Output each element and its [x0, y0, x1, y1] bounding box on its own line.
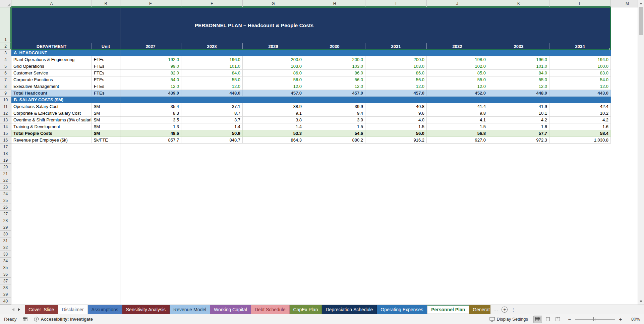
value-cell[interactable]: 194.0 — [549, 56, 611, 63]
header-cell-unit[interactable]: Unit — [92, 43, 120, 50]
value-cell[interactable]: 9.8 — [427, 110, 488, 117]
header-cell-year[interactable]: 2030 — [304, 43, 365, 50]
column-header-i[interactable]: I — [365, 0, 427, 7]
row-header-16[interactable]: 16 — [0, 137, 11, 144]
row-unit-cell[interactable]: FTEs — [92, 90, 120, 97]
value-cell[interactable]: 1.6 — [488, 123, 549, 130]
value-cell[interactable]: 38.9 — [243, 103, 304, 110]
page-layout-view-button[interactable] — [543, 316, 552, 323]
row-header-28[interactable]: 28 — [0, 217, 11, 224]
row-unit-cell[interactable]: $M — [92, 103, 120, 110]
value-cell[interactable]: 56.0 — [365, 76, 427, 83]
row-header-5[interactable]: 5 — [0, 63, 11, 70]
value-cell[interactable]: 56.0 — [243, 76, 304, 83]
row-header-15[interactable]: 15 — [0, 130, 11, 137]
row-header-35[interactable]: 35 — [0, 264, 11, 271]
zoom-in-button[interactable]: + — [619, 316, 623, 322]
value-cell[interactable]: 55.0 — [181, 76, 243, 83]
row-header-18[interactable]: 18 — [0, 150, 11, 157]
zoom-out-button[interactable]: − — [568, 316, 572, 322]
row-header-32[interactable]: 32 — [0, 244, 11, 251]
row-unit-cell[interactable]: $M — [92, 117, 120, 123]
value-cell[interactable]: 1.4 — [243, 123, 304, 130]
section-header-cell[interactable]: B. SALARY COSTS ($M) — [11, 97, 611, 103]
value-cell[interactable]: 8.7 — [181, 110, 243, 117]
row-header-40[interactable]: 40 — [0, 298, 11, 305]
vertical-scrollbar[interactable] — [638, 0, 644, 305]
value-cell[interactable]: 196.0 — [181, 56, 243, 63]
value-cell[interactable]: 200.0 — [243, 56, 304, 63]
row-label-cell[interactable]: Total People Costs — [11, 130, 92, 137]
row-header-17[interactable]: 17 — [0, 144, 11, 150]
header-cell-year[interactable]: 2032 — [427, 43, 488, 50]
value-cell[interactable]: 10.1 — [488, 110, 549, 117]
row-header-11[interactable]: 11 — [0, 103, 11, 110]
value-cell[interactable]: 12.0 — [243, 83, 304, 90]
row-header-29[interactable]: 29 — [0, 224, 11, 231]
value-cell[interactable]: 82.0 — [120, 70, 181, 76]
value-cell[interactable]: 35.4 — [120, 103, 181, 110]
row-header-27[interactable]: 27 — [0, 211, 11, 217]
display-settings-button[interactable]: Display Settings — [489, 317, 528, 322]
row-header-6[interactable]: 6 — [0, 70, 11, 76]
value-cell[interactable]: 12.0 — [120, 83, 181, 90]
value-cell[interactable]: 1,030.8 — [549, 137, 611, 144]
sheet-tab-sensitivity-analysis[interactable]: Sensitivity Analysis — [122, 305, 170, 314]
header-cell-year[interactable]: 2033 — [488, 43, 549, 50]
value-cell[interactable]: 457.0 — [365, 90, 427, 97]
value-cell[interactable]: 9.4 — [304, 110, 365, 117]
row-unit-cell[interactable]: $M — [92, 130, 120, 137]
value-cell[interactable]: 56.0 — [304, 76, 365, 83]
row-header-22[interactable]: 22 — [0, 177, 11, 184]
select-all-corner[interactable] — [0, 0, 11, 7]
value-cell[interactable]: 448.0 — [181, 90, 243, 97]
row-unit-cell[interactable]: FTEs — [92, 83, 120, 90]
value-cell[interactable]: 86.0 — [304, 70, 365, 76]
value-cell[interactable]: 103.0 — [365, 63, 427, 70]
value-cell[interactable]: 443.0 — [549, 90, 611, 97]
row-header-9[interactable]: 9 — [0, 90, 11, 97]
header-cell-year[interactable]: 2031 — [365, 43, 427, 50]
value-cell[interactable]: 101.0 — [488, 63, 549, 70]
value-cell[interactable]: 54.0 — [549, 76, 611, 83]
row-label-cell[interactable]: Training & Development — [11, 123, 92, 130]
value-cell[interactable]: 56.8 — [427, 130, 488, 137]
row-label-cell[interactable]: Grid Operations — [11, 63, 92, 70]
value-cell[interactable]: 12.0 — [181, 83, 243, 90]
row-label-cell[interactable]: Operations Salary Cost — [11, 103, 92, 110]
title-banner-cell[interactable]: PERSONNEL PLAN – Headcount & People Cost… — [11, 7, 611, 43]
value-cell[interactable]: 200.0 — [365, 56, 427, 63]
column-header-b[interactable]: B — [92, 0, 120, 7]
value-cell[interactable]: 40.8 — [365, 103, 427, 110]
column-header-f[interactable]: F — [181, 0, 243, 7]
row-header-14[interactable]: 14 — [0, 123, 11, 130]
scroll-down-button[interactable] — [638, 298, 644, 305]
row-header-1[interactable]: 1 — [0, 7, 11, 43]
column-header-g[interactable]: G — [243, 0, 304, 7]
row-label-cell[interactable]: Corporate & Executive Salary Cost — [11, 110, 92, 117]
macro-record-icon[interactable] — [23, 317, 28, 322]
value-cell[interactable]: 192.0 — [120, 56, 181, 63]
row-header-39[interactable]: 39 — [0, 291, 11, 298]
accessibility-status[interactable]: Accessibility: Investigate — [34, 317, 93, 322]
value-cell[interactable]: 4.2 — [488, 117, 549, 123]
row-unit-cell[interactable]: FTEs — [92, 56, 120, 63]
value-cell[interactable]: 972.3 — [488, 137, 549, 144]
value-cell[interactable]: 857.7 — [120, 137, 181, 144]
value-cell[interactable]: 42.4 — [549, 103, 611, 110]
column-header-k[interactable]: K — [488, 0, 549, 7]
row-header-7[interactable]: 7 — [0, 76, 11, 83]
value-cell[interactable]: 1.5 — [365, 123, 427, 130]
row-header-30[interactable]: 30 — [0, 231, 11, 237]
scroll-up-button[interactable] — [638, 0, 644, 6]
value-cell[interactable]: 54.6 — [304, 130, 365, 137]
value-cell[interactable]: 12.0 — [304, 83, 365, 90]
row-label-cell[interactable]: Customer Service — [11, 70, 92, 76]
row-header-12[interactable]: 12 — [0, 110, 11, 117]
value-cell[interactable]: 103.0 — [243, 63, 304, 70]
value-cell[interactable]: 37.1 — [181, 103, 243, 110]
sheet-tab-disclaimer[interactable]: Disclaimer — [58, 305, 87, 314]
sheet-tab-operating-expenses[interactable]: Operating Expenses — [377, 305, 427, 314]
row-label-cell[interactable]: Total Headcount — [11, 90, 92, 97]
tab-scroll-left-icon[interactable] — [12, 308, 14, 311]
